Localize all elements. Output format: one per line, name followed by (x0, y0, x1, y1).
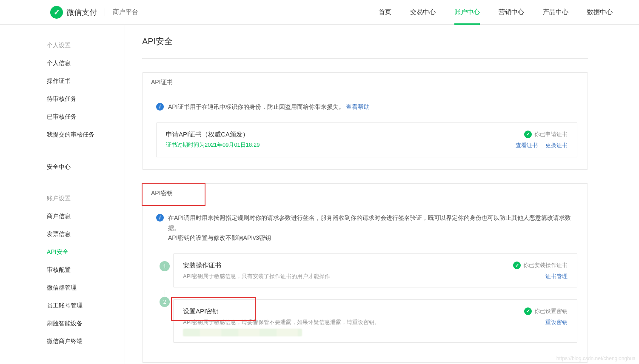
nav-home[interactable]: 首页 (369, 0, 401, 25)
side-security-center[interactable]: 安全中心 (47, 158, 125, 176)
panel-key-header: API密钥 (143, 184, 588, 204)
step1-badge: 1 (160, 261, 170, 271)
side-personal-info[interactable]: 个人信息 (47, 54, 125, 72)
side-api-security[interactable]: API安全 (47, 243, 125, 261)
side-review-config[interactable]: 审核配置 (47, 261, 125, 279)
cert-card-title: 申请API证书（权威CA颁发） (166, 131, 510, 139)
step1-card: 安装操作证书 API密钥属于敏感信息，只有安装了操作证书的用户才能操作 你已安装… (173, 253, 577, 287)
side-operation-cert[interactable]: 操作证书 (47, 72, 125, 90)
step2-title: 设置API密钥 (183, 307, 524, 316)
top-nav: 首页 交易中心 账户中心 营销中心 产品中心 数据中心 (369, 0, 622, 25)
step1-title: 安装操作证书 (183, 262, 513, 270)
cert-help-link[interactable]: 查看帮助 (346, 103, 370, 110)
side-merchant-terminal[interactable]: 微信商户终端 (47, 333, 125, 350)
step1-sub: API密钥属于敏感信息，只有安装了操作证书的用户才能操作 (183, 272, 513, 281)
step-row-2: 2 设置API密钥 API密钥属于敏感信息，请妥善保管不要泄露，如果怀疑信息泄露… (156, 299, 577, 352)
step-row-1: 1 安装操作证书 API密钥属于敏感信息，只有安装了操作证书的用户才能操作 你已… (156, 253, 577, 297)
replace-cert-link[interactable]: 更换证书 (545, 142, 568, 148)
step2-sub: API密钥属于敏感信息，请妥善保管不要泄露，如果怀疑信息泄露，请重设密钥。 (183, 318, 524, 327)
platform-subtitle: 商户平台 (113, 8, 138, 16)
cert-card: 申请API证书（权威CA颁发） 证书过期时间为2021年09月01日18:29 … (156, 122, 577, 157)
cert-status: 你已申请证书 (534, 131, 568, 138)
redacted-strip (183, 329, 302, 336)
top-header: 微信支付 商户平台 首页 交易中心 账户中心 营销中心 产品中心 数据中心 (0, 0, 639, 25)
side-reviewed[interactable]: 已审核任务 (47, 108, 125, 126)
nav-data[interactable]: 数据中心 (578, 0, 622, 25)
side-pending-review[interactable]: 待审核任务 (47, 90, 125, 108)
reset-key-link[interactable]: 重设密钥 (545, 319, 568, 325)
side-section-account: 账户设置 (47, 191, 125, 208)
step2-status: 你已设置密钥 (534, 307, 568, 315)
nav-products[interactable]: 产品中心 (533, 0, 578, 25)
wechat-pay-logo-icon (50, 6, 63, 19)
sidebar: 个人设置 个人信息 操作证书 待审核任务 已审核任务 我提交的审核任务 安全中心… (0, 25, 125, 364)
nav-account[interactable]: 账户中心 (445, 0, 489, 25)
panel-api-cert: API证书 i API证书用于在通讯中标识你的身份，防止因盗用而给你带来损失。 … (142, 72, 588, 170)
side-my-reviews[interactable]: 我提交的审核任务 (47, 126, 125, 144)
logo-group: 微信支付 (50, 6, 97, 19)
brand-title: 微信支付 (66, 7, 97, 17)
cert-expiry: 证书过期时间为2021年09月01日18:29 (166, 141, 510, 149)
side-invoice-info[interactable]: 发票信息 (47, 225, 125, 243)
cert-info-text: API证书用于在通讯中标识你的身份，防止因盗用而给你带来损失。 查看帮助 (168, 102, 370, 112)
key-info-strip: i 在API调用时用来按照指定规则对你的请求参数进行签名，服务器收到你的请求时会… (153, 206, 577, 251)
check-icon (524, 307, 532, 315)
info-icon: i (156, 214, 164, 222)
check-icon (524, 131, 532, 138)
key-info-text: 在API调用时用来按照指定规则对你的请求参数进行签名，服务器收到你的请求时会进行… (168, 213, 577, 243)
side-face-device[interactable]: 刷脸智能设备 (47, 315, 125, 333)
check-icon (513, 262, 521, 269)
side-wechat-group[interactable]: 微信群管理 (47, 279, 125, 297)
panel-api-key: API密钥 i 在API调用时用来按照指定规则对你的请求参数进行签名，服务器收到… (142, 183, 588, 363)
nav-transactions[interactable]: 交易中心 (401, 0, 445, 25)
info-icon: i (156, 103, 164, 111)
step2-badge: 2 (160, 297, 170, 307)
panel-cert-header: API证书 (143, 73, 588, 93)
page-title: API安全 (142, 36, 588, 59)
side-staff-account[interactable]: 员工账号管理 (47, 297, 125, 315)
step2-card: 设置API密钥 API密钥属于敏感信息，请妥善保管不要泄露，如果怀疑信息泄露，请… (173, 299, 577, 343)
key-info-line1: 在API调用时用来按照指定规则对你的请求参数进行签名，服务器收到你的请求时会进行… (168, 213, 577, 233)
side-merchant-info[interactable]: 商户信息 (47, 208, 125, 225)
nav-marketing[interactable]: 营销中心 (489, 0, 533, 25)
cert-info-body: API证书用于在通讯中标识你的身份，防止因盗用而给你带来损失。 (168, 103, 345, 110)
step1-status: 你已安装操作证书 (523, 262, 568, 269)
view-cert-link[interactable]: 查看证书 (516, 142, 538, 148)
cert-manage-link[interactable]: 证书管理 (545, 273, 568, 279)
cert-info-strip: i API证书用于在通讯中标识你的身份，防止因盗用而给你带来损失。 查看帮助 (153, 95, 577, 120)
key-info-line2: API密钥的设置与修改不影响APIv3密钥 (168, 233, 577, 243)
side-section-personal: 个人设置 (47, 37, 125, 54)
main-content: API安全 API证书 i API证书用于在通讯中标识你的身份，防止因盗用而给你… (125, 25, 639, 364)
divider (105, 9, 105, 16)
step-connector (165, 290, 165, 297)
